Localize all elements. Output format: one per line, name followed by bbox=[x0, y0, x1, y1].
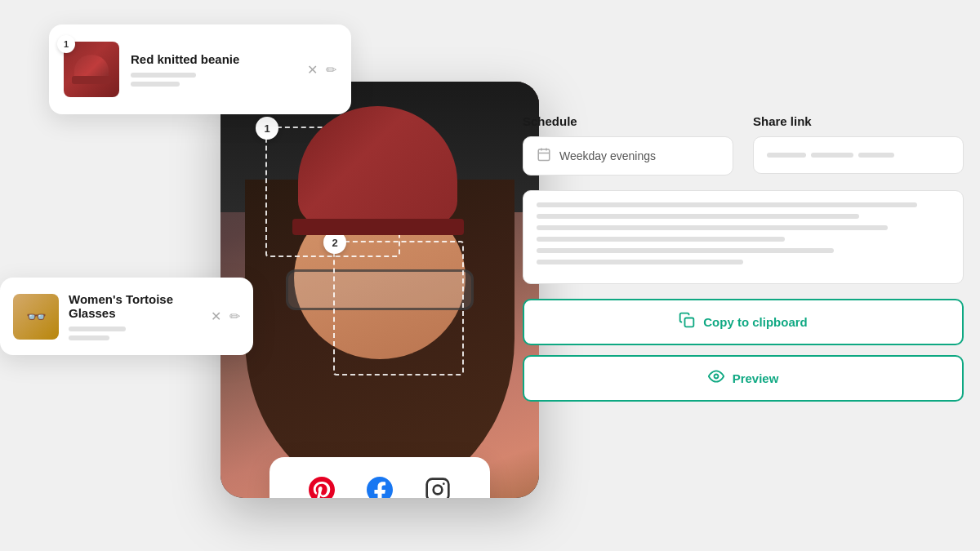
schedule-label: Schedule bbox=[523, 114, 733, 128]
caption-line-1 bbox=[537, 202, 917, 207]
caption-line-2 bbox=[537, 214, 859, 219]
facebook-icon[interactable] bbox=[362, 472, 398, 498]
schedule-value: Weekday evenings bbox=[559, 149, 656, 162]
close-icon-glasses[interactable]: ✕ bbox=[211, 309, 221, 324]
caption-line-4 bbox=[537, 237, 785, 242]
caption-line-3 bbox=[537, 225, 888, 230]
clipboard-icon bbox=[679, 312, 695, 332]
right-panel: Schedule Weekday evenings Share li bbox=[523, 114, 964, 402]
glasses-product-image: 👓 bbox=[13, 294, 59, 340]
glasses-line-2 bbox=[69, 335, 109, 340]
copy-to-clipboard-button[interactable]: Copy to clipboard bbox=[523, 299, 964, 345]
photo-background: 1 2 bbox=[220, 82, 539, 498]
edit-icon[interactable]: ✏ bbox=[326, 62, 336, 78]
glasses-product-name: Women's Tortoise Glasses bbox=[69, 292, 201, 320]
schedule-section: Schedule Weekday evenings bbox=[523, 114, 733, 176]
caption-line-5 bbox=[537, 248, 834, 253]
beanie-line-2 bbox=[131, 82, 180, 87]
instagram-icon[interactable] bbox=[420, 472, 456, 498]
beanie-line-1 bbox=[131, 73, 196, 78]
beanie-product-image: 1 bbox=[64, 42, 119, 97]
selection-box-glasses: 2 bbox=[333, 241, 464, 375]
preview-label: Preview bbox=[733, 371, 779, 385]
product-card-beanie: 1 Red knitted beanie ✕ ✏ bbox=[49, 24, 351, 114]
caption-line-6 bbox=[537, 260, 743, 264]
glasses-line-1 bbox=[69, 327, 126, 331]
copy-to-clipboard-label: Copy to clipboard bbox=[703, 315, 808, 329]
beanie-card-actions: ✕ ✏ bbox=[307, 62, 336, 78]
beanie-brim bbox=[292, 219, 464, 235]
glasses-card-actions: ✕ ✏ bbox=[211, 309, 240, 324]
beanie-product-lines bbox=[131, 73, 296, 87]
share-link-label: Share link bbox=[753, 114, 964, 128]
svg-point-1 bbox=[434, 486, 443, 495]
glasses-icon: 👓 bbox=[26, 307, 47, 327]
link-placeholder-2 bbox=[811, 153, 853, 158]
caption-area[interactable] bbox=[523, 190, 964, 284]
top-row: Schedule Weekday evenings Share li bbox=[523, 114, 964, 176]
beanie-product-info: Red knitted beanie bbox=[131, 52, 296, 87]
product-card-glasses: 👓 Women's Tortoise Glasses ✕ ✏ bbox=[0, 278, 253, 355]
link-placeholder-1 bbox=[767, 153, 806, 158]
link-placeholder-3 bbox=[858, 153, 894, 158]
badge-1: 1 bbox=[256, 117, 278, 140]
schedule-input[interactable]: Weekday evenings bbox=[523, 136, 733, 176]
beanie-badge: 1 bbox=[57, 35, 75, 53]
edit-icon-glasses[interactable]: ✏ bbox=[229, 309, 240, 324]
preview-button[interactable]: Preview bbox=[523, 355, 964, 402]
pinterest-icon[interactable] bbox=[304, 472, 340, 498]
calendar-icon bbox=[537, 147, 551, 165]
close-icon[interactable]: ✕ bbox=[307, 62, 318, 78]
svg-rect-3 bbox=[538, 149, 550, 161]
svg-point-8 bbox=[714, 375, 718, 379]
glasses-product-info: Women's Tortoise Glasses bbox=[69, 292, 201, 340]
share-link-section: Share link bbox=[753, 114, 964, 176]
beanie-icon-shape bbox=[74, 55, 109, 84]
share-link-input[interactable] bbox=[753, 136, 964, 174]
eye-icon bbox=[708, 368, 724, 389]
social-bar bbox=[270, 457, 490, 498]
svg-rect-7 bbox=[685, 318, 694, 327]
phone-card: 1 2 bbox=[220, 82, 539, 498]
glasses-product-lines bbox=[69, 327, 201, 340]
scene: 1 2 bbox=[0, 0, 980, 551]
svg-point-2 bbox=[443, 482, 445, 485]
beanie-product-name: Red knitted beanie bbox=[131, 52, 296, 66]
